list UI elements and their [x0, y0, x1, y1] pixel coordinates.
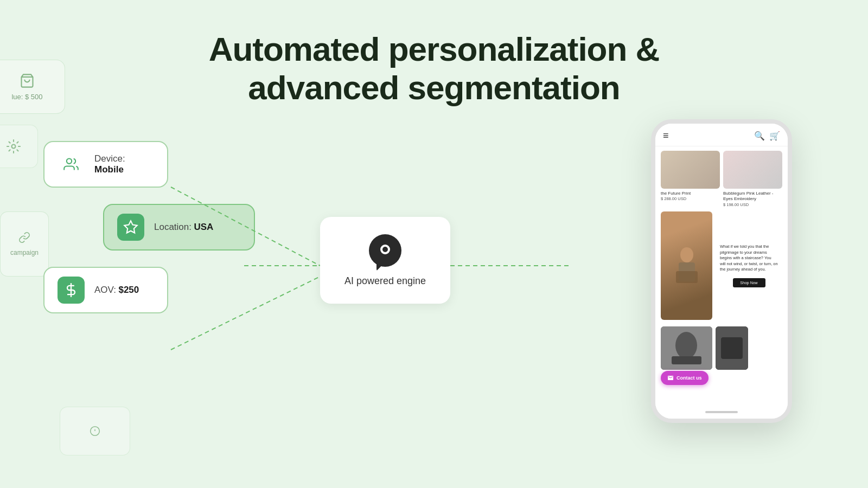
- users-icon: [63, 157, 79, 172]
- page-heading: Automated personalization & advanced seg…: [0, 30, 868, 107]
- svg-point-18: [675, 332, 697, 359]
- banner-figure: [673, 244, 700, 287]
- location-value: USA: [194, 222, 213, 232]
- aov-segment-card: AOV: $250: [43, 267, 168, 313]
- aov-card-text: AOV: $250: [94, 285, 139, 296]
- location-icon-box: [117, 214, 144, 241]
- phone-topbar: ≡ 🔍 🛒: [655, 124, 788, 146]
- product-2-image: [723, 151, 782, 189]
- svg-rect-16: [676, 271, 698, 283]
- phone-banner: What if we told you that the pilgrimage …: [661, 211, 782, 320]
- location-label: Location:: [154, 222, 192, 232]
- aov-label: AOV:: [94, 285, 116, 295]
- phone-screen: ≡ 🔍 🛒 the Future Print $ 288.00 USD Bubb…: [655, 124, 788, 419]
- campaign-card: campaign: [0, 211, 49, 277]
- email-icon: [667, 375, 674, 381]
- device-label: Device:: [94, 153, 125, 164]
- faded-value-text: lue: $ 500: [11, 93, 42, 101]
- product-1-name: the Future Print: [661, 191, 720, 196]
- contact-us-label: Contact us: [676, 375, 702, 381]
- banner-text-box: What if we told you that the pilgrimage …: [716, 211, 782, 320]
- phone-top-icons: 🔍 🛒: [754, 131, 780, 141]
- banner-image: [661, 211, 712, 320]
- svg-rect-21: [721, 337, 743, 359]
- cart-icon: 🛒: [769, 131, 780, 141]
- bottom-left-faded-card: [60, 407, 130, 455]
- location-segment-card: Location: USA: [103, 204, 255, 251]
- link-icon: [18, 232, 30, 243]
- device-icon-box: [58, 151, 85, 178]
- dollar-icon: [63, 282, 79, 298]
- aov-icon-box: [58, 277, 85, 304]
- heading-line1: Automated personalization &: [209, 30, 660, 68]
- location-card-text: Location: USA: [154, 222, 213, 233]
- segment-row-1: Device: Mobile: [43, 141, 293, 188]
- banner-img-inner: [661, 211, 712, 320]
- segment-row-3: AOV: $250: [43, 267, 293, 313]
- bottom-product-2-img: [716, 326, 748, 370]
- phone-bottom-row: [655, 323, 788, 373]
- svg-point-13: [382, 247, 388, 252]
- phone-mockup: ≡ 🔍 🛒 the Future Print $ 288.00 USD Bubb…: [651, 119, 792, 423]
- info-icon: [90, 426, 100, 436]
- ai-engine-label: AI powered engine: [344, 275, 426, 287]
- device-segment-card: Device: Mobile: [43, 141, 168, 188]
- bottom-product-2: [716, 326, 748, 370]
- segment-row-2: Location: USA: [43, 204, 293, 251]
- aov-value: $250: [118, 285, 139, 295]
- svg-point-14: [680, 247, 693, 262]
- ai-engine-box: AI powered engine: [320, 217, 450, 304]
- device-card-text: Device: Mobile: [94, 153, 154, 175]
- product-2-name: Bubblegum Pink Leather - Eyes Embroidery: [723, 191, 782, 202]
- segment-cards-area: Device: Mobile Location: USA: [43, 141, 293, 313]
- contact-us-button[interactable]: Contact us: [661, 371, 709, 385]
- faded-value-card: lue: $ 500: [0, 60, 65, 114]
- faded-mid-card: [0, 125, 38, 168]
- svg-point-1: [12, 145, 16, 149]
- search-icon: 🔍: [754, 131, 765, 141]
- product-2-price: $ 198.00 USD: [723, 202, 782, 207]
- bottom-product-1: [661, 326, 712, 370]
- phone-frame: ≡ 🔍 🛒 the Future Print $ 288.00 USD Bubb…: [651, 119, 792, 423]
- svg-point-5: [67, 159, 72, 164]
- hamburger-icon: ≡: [663, 130, 669, 142]
- svg-rect-19: [672, 356, 701, 364]
- ai-logo-icon: [376, 242, 394, 259]
- phone-home-bar: [705, 411, 738, 413]
- campaign-card-area: campaign: [0, 211, 49, 277]
- heading-line2: advanced segmentation: [248, 69, 620, 106]
- star-icon: [123, 220, 138, 235]
- product-1: the Future Print $ 288.00 USD: [661, 151, 720, 207]
- shop-now-button[interactable]: Shop Now: [733, 278, 765, 287]
- svg-marker-6: [124, 221, 137, 233]
- product-1-image: [661, 151, 720, 189]
- product-1-price: $ 288.00 USD: [661, 196, 720, 201]
- phone-products-row: the Future Print $ 288.00 USD Bubblegum …: [655, 146, 788, 211]
- banner-tagline: What if we told you that the pilgrimage …: [720, 244, 778, 273]
- product-2: Bubblegum Pink Leather - Eyes Embroidery…: [723, 151, 782, 207]
- campaign-label: campaign: [10, 249, 39, 256]
- ai-logo: [369, 234, 401, 267]
- bottom-product-1-img: [661, 326, 712, 370]
- device-value: Mobile: [94, 164, 124, 175]
